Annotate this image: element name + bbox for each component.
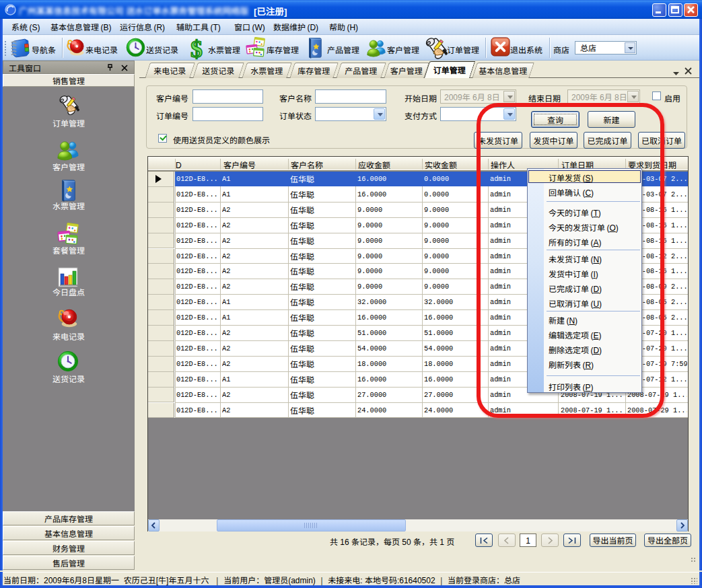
svg-text:$: $: [190, 37, 203, 61]
